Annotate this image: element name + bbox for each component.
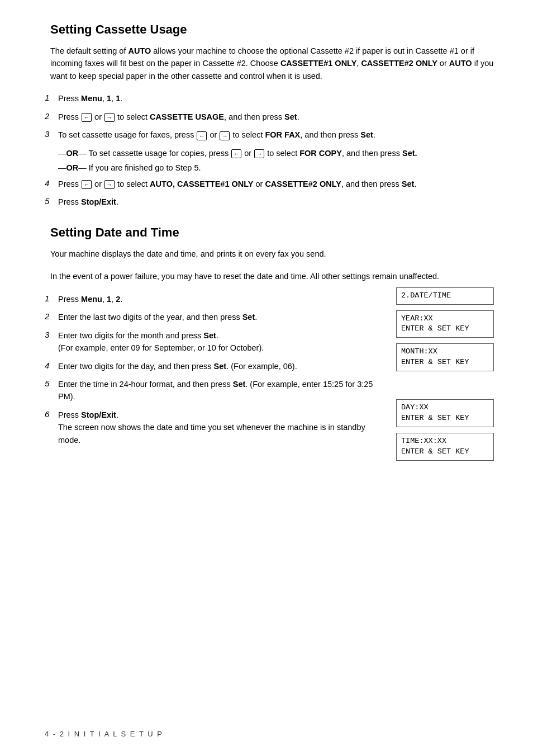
step-1-1-content: Press Menu, 1, 1.: [58, 92, 494, 105]
step-2-1-content: Press Menu, 1, 2.: [58, 293, 379, 305]
step-1-4-num: 4: [45, 178, 58, 188]
lcd-4-line1: DAY:XX: [401, 403, 488, 413]
step-1-2: 2 Press ← or → to select CASSETTE USAGE,…: [45, 111, 494, 123]
lcd-2-line1: YEAR:XX: [401, 314, 488, 324]
lcd-2: YEAR:XX ENTER & SET KEY: [396, 310, 494, 338]
step-2-4: 4 Enter two digits for the day, and then…: [45, 360, 379, 372]
section1-intro: The default setting of AUTO allows your …: [50, 45, 494, 82]
step-2-6-content: Press Stop/Exit. The screen now shows th…: [58, 409, 379, 446]
or-block-1: —OR— To set cassette usage for copies, p…: [58, 147, 494, 159]
lcd-1-line1: 2.DATE/TIME: [401, 291, 488, 301]
step-2-2-content: Enter the last two digits of the year, a…: [58, 311, 379, 323]
step-2-3-content: Enter two digits for the month and press…: [58, 329, 379, 355]
right-arrow-icon: →: [104, 113, 115, 122]
step-2-3: 3 Enter two digits for the month and pre…: [45, 329, 379, 355]
step-1-5: 5 Press Stop/Exit.: [45, 196, 494, 208]
step-1-3-content: To set cassette usage for faxes, press ←…: [58, 129, 494, 141]
left-arrow-icon4: ←: [82, 180, 92, 189]
step-1-5-num: 5: [45, 196, 58, 206]
step-1-1: 1 Press Menu, 1, 1.: [45, 92, 494, 105]
step-2-2: 2 Enter the last two digits of the year,…: [45, 311, 379, 323]
right-arrow-icon4: →: [104, 180, 115, 189]
step-2-1-num: 1: [45, 293, 58, 303]
step-2-3-num: 3: [45, 329, 58, 339]
lcd-3-line2: ENTER & SET KEY: [401, 357, 488, 368]
or-block-2: —OR— If you are finished go to Step 5.: [58, 162, 494, 174]
footer: 4 - 2 I N I T I A L S E T U P: [45, 730, 163, 738]
section1-steps: 1 Press Menu, 1, 1. 2 Press ← or → to se…: [45, 92, 494, 208]
lcd-5-line1: TIME:XX:XX: [401, 436, 488, 447]
step-1-3: 3 To set cassette usage for faxes, press…: [45, 129, 494, 141]
lcd-2-line2: ENTER & SET KEY: [401, 324, 488, 334]
lcd-displays: 2.DATE/TIME YEAR:XX ENTER & SET KEY MONT…: [396, 287, 494, 461]
section-datetime: Setting Date and Time Your machine displ…: [45, 225, 494, 464]
section2-title: Setting Date and Time: [50, 225, 494, 240]
step-2-2-num: 2: [45, 311, 58, 321]
lcd-4-line2: ENTER & SET KEY: [401, 413, 488, 424]
step-2-5-content: Enter the time in 24-hour format, and th…: [58, 378, 379, 403]
left-arrow-icon: ←: [82, 113, 92, 122]
lcd-4: DAY:XX ENTER & SET KEY: [396, 399, 494, 427]
step-1-4-content: Press ← or → to select AUTO, CASSETTE#1 …: [58, 178, 494, 190]
section-cassette: Setting Cassette Usage The default setti…: [45, 22, 494, 209]
step-2-4-content: Enter two digits for the day, and then p…: [58, 360, 379, 372]
step-2-6-num: 6: [45, 409, 58, 419]
step-1-2-content: Press ← or → to select CASSETTE USAGE, a…: [58, 111, 494, 123]
step-1-2-num: 2: [45, 111, 58, 121]
step-1-4: 4 Press ← or → to select AUTO, CASSETTE#…: [45, 178, 494, 190]
step-2-5: 5 Enter the time in 24-hour format, and …: [45, 378, 379, 403]
lcd-1: 2.DATE/TIME: [396, 287, 494, 305]
right-arrow-icon3: →: [254, 149, 264, 158]
section2-intro1: Your machine displays the date and time,…: [50, 248, 494, 260]
section1-title: Setting Cassette Usage: [50, 22, 494, 37]
lcd-3-line1: MONTH:XX: [401, 347, 488, 357]
right-arrow-icon2: →: [220, 131, 230, 140]
step-2-5-num: 5: [45, 378, 58, 388]
step-2-4-num: 4: [45, 360, 58, 370]
lcd-3: MONTH:XX ENTER & SET KEY: [396, 343, 494, 371]
section2-intro2: In the event of a power failure, you may…: [50, 270, 494, 282]
step-1-3-num: 3: [45, 129, 58, 139]
step-2-6: 6 Press Stop/Exit. The screen now shows …: [45, 409, 379, 446]
lcd-5: TIME:XX:XX ENTER & SET KEY: [396, 433, 494, 461]
left-arrow-icon2: ←: [197, 131, 207, 140]
left-arrow-icon3: ←: [231, 149, 241, 158]
step-1-5-content: Press Stop/Exit.: [58, 196, 494, 208]
section2-steps-wrapper: 2.DATE/TIME YEAR:XX ENTER & SET KEY MONT…: [45, 293, 494, 464]
step-1-1-num: 1: [45, 92, 58, 102]
step-2-1: 1 Press Menu, 1, 2.: [45, 293, 379, 305]
lcd-5-line2: ENTER & SET KEY: [401, 447, 488, 457]
footer-text: 4 - 2 I N I T I A L S E T U P: [45, 730, 163, 738]
